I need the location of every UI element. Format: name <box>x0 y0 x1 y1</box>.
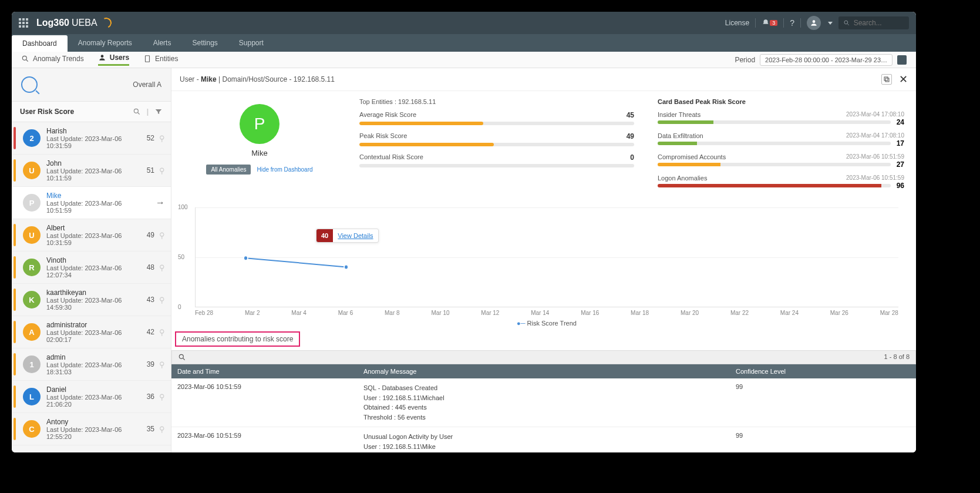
user-list-item[interactable]: R VinothLast Update: 2023-Mar-0612:07:34… <box>12 251 171 284</box>
user-list-item[interactable]: A administratorLast Update: 2023-Mar-060… <box>12 316 171 348</box>
sidebar-search-icon[interactable] <box>133 108 141 116</box>
global-search[interactable] <box>838 16 909 29</box>
sub-nav: Anomaly Trends Users Entities Period 202… <box>12 52 916 68</box>
chevron-down-icon[interactable] <box>828 22 833 25</box>
user-list-item[interactable]: U AlbertLast Update: 2023-Mar-0610:31:59… <box>12 219 171 251</box>
tab-anomaly-reports[interactable]: Anomaly Reports <box>68 34 143 52</box>
user-list[interactable]: 2 HarishLast Update: 2023-Mar-0610:31:59… <box>12 122 171 452</box>
peak-title: Card Based Peak Risk Score <box>658 98 904 105</box>
tab-settings[interactable]: Settings <box>181 34 228 52</box>
main-panel: User - Mike | Domain/Host/Source - 192.1… <box>171 68 916 452</box>
anomalies-title: Anomalies contributing to risk score <box>175 331 300 347</box>
arrow-right-icon: → <box>156 197 165 208</box>
overall-row: Overall A <box>12 68 171 101</box>
close-button[interactable]: ✕ <box>899 73 908 86</box>
top-entities-label: Top Entities : 192.168.5.11 <box>359 98 634 105</box>
tab-alerts[interactable]: Alerts <box>143 34 182 52</box>
anomalies-toolbar: 1 - 8 of 8 <box>171 350 916 364</box>
svg-point-1 <box>844 21 848 24</box>
filter-icon[interactable] <box>154 108 163 116</box>
period-label: Period <box>735 56 755 64</box>
pin-icon[interactable]: ⚲ <box>159 231 165 240</box>
user-list-item[interactable]: 2 HarishLast Update: 2023-Mar-0610:31:59… <box>12 122 171 155</box>
view-details-link[interactable]: View Details <box>333 232 378 239</box>
sidebar-header: User Risk Score | <box>12 101 171 122</box>
user-list-item[interactable]: L DanielLast Update: 2023-Mar-0621:06:20… <box>12 381 171 413</box>
user-list-item[interactable]: C AntonyLast Update: 2023-Mar-0612:55:20… <box>12 413 171 445</box>
product-name-thin: UEBA <box>72 18 97 28</box>
help-icon[interactable]: ? <box>790 18 794 28</box>
user-icon <box>98 53 106 62</box>
svg-point-7 <box>134 109 138 113</box>
product-logo: Log360 UEBA <box>36 18 112 28</box>
pin-icon[interactable]: ⚲ <box>159 393 165 401</box>
user-list-item[interactable]: U JohnLast Update: 2023-Mar-0610:11:59 5… <box>12 155 171 187</box>
svg-point-11 <box>244 256 248 260</box>
user-list-item[interactable]: K kaarthikeyanLast Update: 2023-Mar-0614… <box>12 284 171 316</box>
col-confidence[interactable]: Confidence Level <box>730 364 916 378</box>
breadcrumb-user: User - <box>180 75 201 83</box>
svg-line-8 <box>137 113 139 115</box>
app-frame: Log360 UEBA License 3 ? Dashboar <box>12 12 916 452</box>
svg-point-0 <box>813 20 816 23</box>
pagination-range: 1 - 8 of 8 <box>884 353 910 361</box>
svg-rect-10 <box>885 78 889 82</box>
svg-rect-9 <box>884 77 888 81</box>
chart-legend: ●─ Risk Score Trend <box>195 320 898 327</box>
table-row[interactable]: 2023-Mar-06 10:51:59SQL - Databases Crea… <box>171 378 916 427</box>
overall-label: Overall A <box>133 81 161 89</box>
subnav-anomaly-trends[interactable]: Anomaly Trends <box>21 55 84 65</box>
subnav-users[interactable]: Users <box>98 53 129 66</box>
anomalies-table: Date and Time Anomaly Message Confidence… <box>171 364 916 452</box>
pin-icon[interactable]: ⚲ <box>159 328 165 337</box>
apps-grid-icon[interactable] <box>19 18 28 28</box>
detail-header: User - Mike | Domain/Host/Source - 192.1… <box>171 68 916 91</box>
notification-bell[interactable]: 3 <box>762 19 777 27</box>
pin-icon[interactable]: ⚲ <box>159 425 165 434</box>
profile-column: P Mike All Anomalies Hide from Dashboard <box>183 98 336 196</box>
svg-point-12 <box>344 264 348 269</box>
trends-icon <box>21 55 29 63</box>
svg-rect-6 <box>146 55 150 62</box>
popout-icon[interactable] <box>881 74 892 85</box>
search-icon <box>843 19 850 27</box>
pin-icon[interactable]: ⚲ <box>159 263 165 272</box>
legend-dot-icon: ●─ <box>517 320 525 327</box>
user-name: Mike <box>183 149 336 157</box>
pin-icon[interactable]: ⚲ <box>159 296 165 304</box>
col-datetime[interactable]: Date and Time <box>171 364 358 378</box>
svg-point-13 <box>179 354 183 358</box>
all-anomalies-button[interactable]: All Anomalies <box>206 165 251 175</box>
legend-label: Risk Score Trend <box>527 320 577 327</box>
period-picker[interactable]: 2023-Feb-28 00:00:00 - 2023-Mar-29 23… <box>760 54 893 66</box>
user-list-item[interactable]: 1 adminLast Update: 2023-Mar-0618:31:03 … <box>12 348 171 381</box>
logo-arc-icon <box>99 16 113 29</box>
topbar: Log360 UEBA License 3 ? <box>12 12 916 34</box>
profile-avatar-icon[interactable] <box>807 16 821 30</box>
ytick: 0 <box>178 304 181 310</box>
breadcrumb-rest: | Domain/Host/Source - 192.168.5.11 <box>218 75 335 83</box>
pin-icon[interactable]: ⚲ <box>159 360 165 369</box>
bell-icon <box>762 19 770 27</box>
table-row[interactable]: 2023-Mar-06 10:51:59Unusual Logon Activi… <box>171 427 916 453</box>
calendar-icon[interactable] <box>897 55 907 65</box>
entities-icon <box>143 55 151 63</box>
tooltip-value: 40 <box>316 229 333 242</box>
subnav-entities[interactable]: Entities <box>143 55 178 65</box>
hide-from-dashboard-link[interactable]: Hide from Dashboard <box>257 166 312 173</box>
license-link[interactable]: License <box>725 19 749 27</box>
ytick: 50 <box>178 254 184 260</box>
svg-point-5 <box>100 55 103 58</box>
divider <box>783 18 784 28</box>
search-input[interactable] <box>854 19 904 27</box>
user-list-item[interactable]: P MikeLast Update: 2023-Mar-0610:51:59 → <box>12 187 171 219</box>
col-message[interactable]: Anomaly Message <box>358 364 730 378</box>
tab-support[interactable]: Support <box>228 34 274 52</box>
sidebar: Overall A User Risk Score | 2 HarishLast… <box>12 68 171 452</box>
breadcrumb-name: Mike <box>201 75 217 83</box>
tab-dashboard[interactable]: Dashboard <box>12 35 68 52</box>
pin-icon[interactable]: ⚲ <box>159 166 165 175</box>
table-search-icon[interactable] <box>178 353 186 361</box>
pin-icon[interactable]: ⚲ <box>159 134 165 143</box>
svg-point-3 <box>22 56 26 60</box>
